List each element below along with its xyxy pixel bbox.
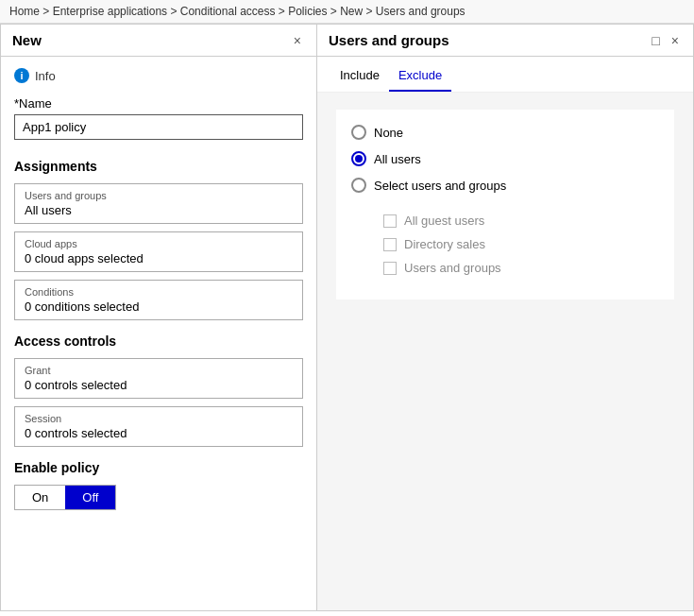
grant-value: 0 controls selected	[25, 378, 293, 392]
checkbox-directory-sales-label: Directory sales	[404, 237, 485, 251]
breadcrumb: Home > Enterprise applications > Conditi…	[9, 5, 465, 18]
users-and-groups-value: All users	[25, 203, 293, 217]
policy-toggle-group: On Off	[14, 485, 116, 510]
checkbox-directory-sales[interactable]: Directory sales	[383, 237, 650, 251]
toggle-on-button[interactable]: On	[15, 486, 65, 509]
conditions-value: 0 conditions selected	[25, 299, 293, 314]
session-box[interactable]: Session 0 controls selected	[14, 406, 303, 447]
checkbox-all-guest-users-box	[383, 214, 397, 228]
radio-group: None All users Select users and groups A	[336, 110, 674, 299]
right-panel-body: None All users Select users and groups A	[317, 93, 693, 610]
left-panel: New × i Info *Name Assignments Users and…	[1, 25, 317, 610]
enable-policy-section: Enable policy On Off	[14, 460, 303, 510]
toggle-off-button[interactable]: Off	[65, 486, 115, 509]
breadcrumb-bar: Home > Enterprise applications > Conditi…	[0, 0, 694, 24]
checkbox-group: All guest users Directory sales Users an…	[351, 204, 659, 284]
radio-all-users-circle	[351, 151, 366, 166]
left-panel-close-button[interactable]: ×	[290, 33, 305, 48]
right-panel: Users and groups □ × Include Exclude Non…	[317, 25, 693, 610]
users-and-groups-box[interactable]: Users and groups All users	[14, 183, 303, 224]
left-panel-title: New	[12, 32, 42, 48]
maximize-button[interactable]: □	[649, 33, 662, 48]
access-controls-section: Access controls Grant 0 controls selecte…	[14, 334, 303, 447]
info-icon: i	[14, 68, 29, 83]
checkbox-directory-sales-box	[383, 238, 397, 251]
checkbox-users-and-groups-label: Users and groups	[404, 261, 501, 275]
access-controls-title: Access controls	[14, 334, 303, 349]
checkbox-users-and-groups[interactable]: Users and groups	[383, 261, 650, 275]
name-input[interactable]	[14, 114, 303, 140]
checkbox-all-guest-users-label: All guest users	[404, 214, 484, 228]
right-panel-close-button[interactable]: ×	[669, 33, 682, 48]
session-value: 0 controls selected	[25, 426, 293, 440]
radio-all-users[interactable]: All users	[351, 151, 659, 166]
checkbox-users-and-groups-box	[383, 262, 397, 275]
radio-select-users-circle	[351, 178, 366, 193]
radio-select-users[interactable]: Select users and groups	[351, 178, 659, 193]
enable-policy-label: Enable policy	[14, 460, 303, 475]
checkbox-all-guest-users[interactable]: All guest users	[383, 214, 650, 228]
cloud-apps-value: 0 cloud apps selected	[25, 251, 293, 265]
assignments-title: Assignments	[14, 159, 303, 174]
tab-exclude[interactable]: Exclude	[389, 64, 451, 92]
left-panel-header: New ×	[1, 25, 316, 57]
info-bar: i Info	[14, 68, 303, 83]
radio-none-label: None	[374, 126, 403, 140]
radio-select-users-label: Select users and groups	[374, 179, 506, 193]
radio-none[interactable]: None	[351, 125, 659, 140]
left-panel-body: i Info *Name Assignments Users and group…	[1, 57, 316, 610]
tab-include[interactable]: Include	[330, 64, 389, 92]
grant-label: Grant	[25, 365, 293, 376]
grant-box[interactable]: Grant 0 controls selected	[14, 358, 303, 399]
tabs-container: Include Exclude	[317, 57, 693, 93]
session-label: Session	[25, 413, 293, 424]
conditions-box[interactable]: Conditions 0 conditions selected	[14, 280, 303, 320]
users-and-groups-label: Users and groups	[25, 190, 293, 201]
right-panel-title: Users and groups	[329, 32, 449, 48]
cloud-apps-label: Cloud apps	[25, 238, 293, 249]
cloud-apps-box[interactable]: Cloud apps 0 cloud apps selected	[14, 231, 303, 272]
conditions-label: Conditions	[25, 286, 293, 298]
right-panel-actions: □ ×	[649, 33, 682, 48]
right-panel-header: Users and groups □ ×	[317, 25, 693, 57]
info-label: Info	[35, 69, 56, 83]
radio-none-circle	[351, 125, 366, 140]
name-label: *Name	[14, 96, 303, 111]
radio-all-users-label: All users	[374, 152, 421, 166]
